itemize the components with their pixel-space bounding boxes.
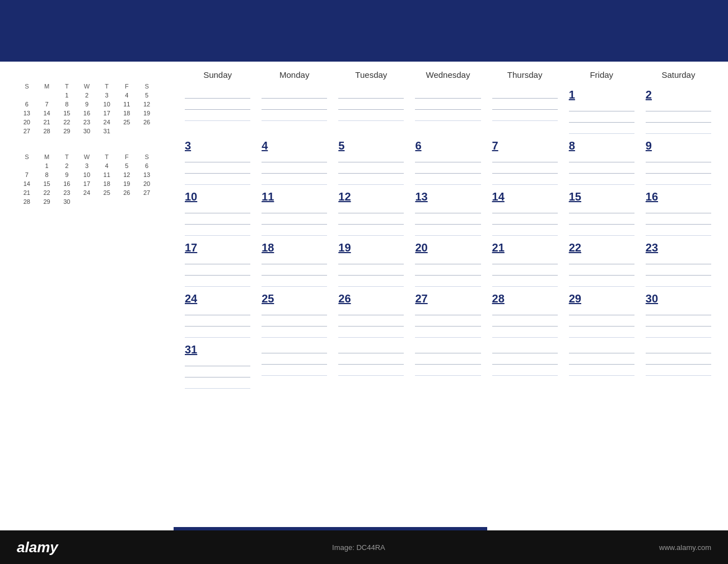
calendar-line xyxy=(569,104,634,111)
calendar-date: 8 xyxy=(569,139,634,152)
calendar-line xyxy=(185,228,250,236)
calendar-line xyxy=(338,91,404,99)
calendar-cell: 4 xyxy=(256,136,333,187)
calendar-line xyxy=(262,102,327,110)
calendar-lines xyxy=(185,257,250,287)
calendar-cell: 27 xyxy=(409,289,486,340)
table-row: 10111213141516 xyxy=(179,187,717,238)
list-item: 25 xyxy=(117,118,137,127)
calendar-lines xyxy=(569,104,634,134)
calendar-line xyxy=(338,228,404,236)
calendar-line xyxy=(415,319,480,327)
calendar-cell: 16 xyxy=(640,187,717,238)
calendar-cell: 1 xyxy=(563,85,640,136)
list-item xyxy=(97,197,117,206)
calendar-cell: 26 xyxy=(333,289,409,340)
calendar-line xyxy=(492,268,558,276)
calendar-line xyxy=(185,330,250,338)
calendar-date: 13 xyxy=(415,190,480,203)
calendar-lines xyxy=(646,257,711,287)
calendar-lines xyxy=(262,307,327,338)
left-panel: S M T W T F S 12345678910111213141516171… xyxy=(0,67,174,525)
july-header-s: S xyxy=(17,82,37,91)
calendar-line xyxy=(185,257,250,264)
calendar-cell: 24 xyxy=(179,289,256,340)
calendar-cell: 21 xyxy=(487,238,563,289)
calendar-line xyxy=(492,91,558,99)
calendar-lines xyxy=(262,155,327,185)
calendar-date: 6 xyxy=(415,139,480,152)
calendar-line xyxy=(569,126,634,134)
list-item: 21 xyxy=(37,118,57,127)
calendar-lines xyxy=(415,91,480,121)
calendar-cell: 10 xyxy=(179,187,256,238)
list-item: 28 xyxy=(17,197,37,206)
main-calendar-grid: Sunday Monday Tuesday Wednesday Thursday… xyxy=(174,67,728,525)
calendar-lines xyxy=(492,257,558,287)
sep-header-w: W xyxy=(77,152,97,161)
list-item: 18 xyxy=(117,109,137,118)
calendar-date: 14 xyxy=(492,190,558,203)
calendar-lines xyxy=(569,206,634,236)
list-item: 20 xyxy=(137,179,157,188)
calendar-line xyxy=(415,155,480,162)
calendar-line xyxy=(338,346,404,353)
calendar-line xyxy=(646,115,711,123)
list-item xyxy=(77,197,97,206)
list-item: 6 xyxy=(17,100,37,109)
calendar-line xyxy=(262,166,327,174)
calendar-line xyxy=(415,268,480,276)
calendar-line xyxy=(338,166,404,174)
list-item xyxy=(137,197,157,206)
calendar-line xyxy=(646,155,711,162)
list-item: 6 xyxy=(137,161,157,170)
sep-header-m: M xyxy=(37,152,57,161)
calendar-date: 2 xyxy=(646,88,711,101)
calendar-cell: 17 xyxy=(179,238,256,289)
list-item xyxy=(117,127,137,136)
calendar-lines xyxy=(646,307,711,338)
calendar-lines xyxy=(492,91,558,121)
calendar-line xyxy=(185,381,250,389)
calendar-date: 28 xyxy=(492,292,558,305)
list-item: 8 xyxy=(37,170,57,179)
sep-header-s: S xyxy=(17,152,37,161)
calendar-cell xyxy=(179,85,256,136)
calendar-line xyxy=(338,357,404,365)
calendar-line xyxy=(646,357,711,365)
list-item xyxy=(17,161,37,170)
calendar-date: 16 xyxy=(646,190,711,203)
calendar-line xyxy=(338,307,404,315)
day-header-wednesday: Wednesday xyxy=(409,67,486,82)
calendar-cell: 9 xyxy=(640,136,717,187)
calendar-lines xyxy=(338,206,404,236)
list-item: 7 xyxy=(37,100,57,109)
calendar-weeks: 1234567891011121314151617181920212223242… xyxy=(179,85,717,391)
list-item: 5 xyxy=(137,91,157,100)
calendar-date: 30 xyxy=(646,292,711,305)
calendar-line xyxy=(492,330,558,338)
calendar-line xyxy=(338,279,404,287)
list-item: 1 xyxy=(37,161,57,170)
calendar-lines xyxy=(262,206,327,236)
calendar-date: 17 xyxy=(185,241,250,254)
calendar-date: 18 xyxy=(262,241,327,254)
calendar-line xyxy=(646,217,711,225)
calendar-line xyxy=(492,368,558,376)
calendar-lines xyxy=(569,155,634,185)
table-row: 17181920212223 xyxy=(179,238,717,289)
july-header-m: M xyxy=(37,82,57,91)
calendar-date: 12 xyxy=(338,190,404,203)
list-item: 25 xyxy=(97,188,117,197)
calendar-line xyxy=(262,279,327,287)
calendar-lines xyxy=(185,358,250,389)
calendar-cell xyxy=(256,340,333,391)
list-item: 29 xyxy=(37,197,57,206)
calendar-line xyxy=(262,357,327,365)
calendar-line xyxy=(569,217,634,225)
calendar-line xyxy=(185,217,250,225)
calendar-lines xyxy=(338,307,404,338)
calendar-line xyxy=(646,126,711,134)
calendar-line xyxy=(492,206,558,213)
list-item: 30 xyxy=(77,127,97,136)
